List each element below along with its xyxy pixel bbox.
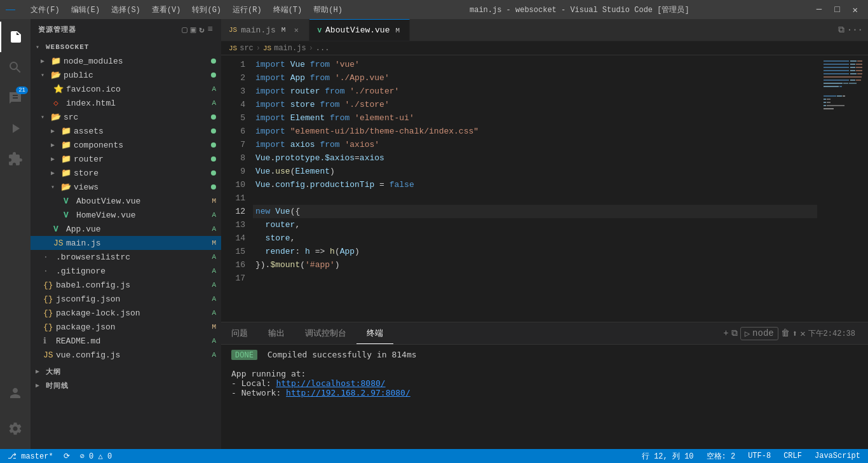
new-terminal-icon[interactable]: + bbox=[723, 328, 728, 338]
tree-item-src[interactable]: ▾ 📂 src bbox=[31, 110, 221, 124]
tab-modified: M bbox=[393, 26, 402, 35]
panel-content[interactable]: DONE Compiled successfully in 814ms App … bbox=[221, 345, 868, 449]
tab-close-button[interactable]: ✕ bbox=[291, 25, 301, 35]
tree-item-store[interactable]: ▶ 📁 store bbox=[31, 166, 221, 180]
menu-goto[interactable]: 转到(G) bbox=[187, 3, 226, 17]
menu-help[interactable]: 帮助(H) bbox=[308, 3, 348, 17]
tree-item-mainjs[interactable]: JS main.js M bbox=[31, 236, 221, 250]
close-button[interactable]: ✕ bbox=[848, 3, 863, 17]
activity-source-control[interactable]: 21 bbox=[0, 83, 31, 113]
tree-item-outline[interactable]: ▶ 大纲 bbox=[31, 364, 221, 378]
tab-actions[interactable]: ⧉ ··· bbox=[833, 19, 868, 41]
tree-item-gitignore[interactable]: · .gitignore A bbox=[31, 264, 221, 278]
tree-item-public[interactable]: ▾ 📂 public bbox=[31, 68, 221, 82]
language-mode[interactable]: JavaScript bbox=[812, 452, 863, 460]
menu-edit[interactable]: 编辑(E) bbox=[66, 3, 105, 17]
tree-item-vueconfig[interactable]: JS vue.config.js A bbox=[31, 348, 221, 362]
tree-item-index-html[interactable]: ◇ index.html A bbox=[31, 96, 221, 110]
tab-mainjs[interactable]: JS main.js M ✕ bbox=[221, 19, 309, 41]
breadcrumb-src[interactable]: src bbox=[240, 44, 254, 53]
panel-tab-actions[interactable]: + ⧉ ▷ node 🗑 ⬆ ✕ 下午2:42:38 bbox=[718, 322, 868, 344]
close-panel-icon[interactable]: ✕ bbox=[800, 328, 805, 339]
panel-tab-issues[interactable]: 问题 bbox=[221, 322, 258, 344]
collapse-all-icon[interactable]: ≡ bbox=[208, 24, 214, 35]
tree-item-components[interactable]: ▶ 📁 components bbox=[31, 138, 221, 152]
menu-select[interactable]: 选择(S) bbox=[106, 3, 146, 17]
encoding[interactable]: UTF-8 bbox=[745, 452, 773, 460]
line-ending[interactable]: CRLF bbox=[781, 452, 804, 460]
split-terminal-icon[interactable]: ⧉ bbox=[731, 328, 738, 338]
tree-item-homeview[interactable]: V HomeView.vue A bbox=[31, 208, 221, 222]
source-control-badge: 21 bbox=[16, 86, 28, 94]
network-link[interactable]: http://192.168.2.97:8080/ bbox=[286, 388, 410, 397]
tree-item-assets[interactable]: ▶ 📁 assets bbox=[31, 124, 221, 138]
line-num-5: 5 bbox=[221, 111, 245, 125]
activity-settings[interactable] bbox=[0, 413, 31, 444]
line-num-7: 7 bbox=[221, 138, 245, 151]
panel-tab-issues-label: 问题 bbox=[231, 328, 248, 339]
indentation[interactable]: 空格: 2 bbox=[704, 451, 738, 462]
activity-extensions[interactable] bbox=[0, 144, 31, 174]
tree-item-appvue[interactable]: V App.vue A bbox=[31, 222, 221, 236]
maximize-panel-icon[interactable]: ⬆ bbox=[792, 328, 797, 339]
code-line-17 bbox=[253, 272, 817, 285]
tree-item-timeline[interactable]: ▶ 时间线 bbox=[31, 378, 221, 392]
code-editor: 1 2 3 4 5 6 7 8 9 10 11 12 13 14 15 16 1… bbox=[221, 55, 868, 322]
menu-run[interactable]: 运行(R) bbox=[227, 3, 267, 17]
errors-count[interactable]: ⊘ 0 △ 0 bbox=[78, 452, 114, 461]
kill-terminal-icon[interactable]: 🗑 bbox=[781, 328, 790, 338]
tree-item-jsconfig[interactable]: {} jsconfig.json A bbox=[31, 292, 221, 306]
tree-item-aboutview[interactable]: V AboutView.vue M bbox=[31, 194, 221, 208]
maximize-button[interactable]: □ bbox=[829, 3, 844, 17]
activity-account[interactable] bbox=[0, 378, 31, 408]
sync-status[interactable]: ⟳ bbox=[61, 452, 72, 461]
tree-item-views[interactable]: ▾ 📂 views bbox=[31, 180, 221, 194]
tree-item-node-modules[interactable]: ▶ 📁 node_modules bbox=[31, 54, 221, 68]
file-label: README.md bbox=[56, 336, 212, 346]
panel-tab-terminal[interactable]: 终端 bbox=[356, 322, 393, 344]
terminal-line-done: DONE Compiled successfully in 814ms bbox=[231, 350, 858, 359]
git-branch[interactable]: ⎇ master* bbox=[5, 452, 56, 461]
refresh-icon[interactable]: ↻ bbox=[199, 24, 205, 35]
tree-item-favicon[interactable]: ⭐ favicon.ico A bbox=[31, 82, 221, 96]
svg-rect-13 bbox=[850, 73, 857, 74]
menu-file[interactable]: 文件(F) bbox=[25, 3, 65, 17]
titlebar-controls[interactable]: ─ □ ✕ bbox=[811, 3, 863, 17]
file-icon: {} bbox=[43, 322, 53, 332]
more-icon[interactable]: ··· bbox=[847, 25, 863, 35]
minimize-button[interactable]: ─ bbox=[811, 3, 827, 17]
status-bar: ⎇ master* ⟳ ⊘ 0 △ 0 行 12, 列 10 空格: 2 UTF… bbox=[0, 449, 868, 463]
menu-view[interactable]: 查看(V) bbox=[147, 3, 186, 17]
cursor-position[interactable]: 行 12, 列 10 bbox=[639, 451, 696, 462]
new-folder-icon[interactable]: ▣ bbox=[191, 24, 196, 35]
tree-item-babelconfig[interactable]: {} babel.config.js A bbox=[31, 278, 221, 292]
tree-item-router[interactable]: ▶ 📁 router bbox=[31, 152, 221, 166]
tree-item-packagelock[interactable]: {} package-lock.json A bbox=[31, 306, 221, 320]
panel-tab-debug[interactable]: 调试控制台 bbox=[295, 322, 356, 344]
tree-root[interactable]: ▾ WEBSOCKET bbox=[31, 40, 221, 54]
panel-tab-output[interactable]: 输出 bbox=[258, 322, 295, 344]
tree-item-package[interactable]: {} package.json M bbox=[31, 320, 221, 334]
activity-explorer[interactable] bbox=[0, 22, 31, 52]
split-editor-icon[interactable]: ⧉ bbox=[838, 25, 844, 35]
activity-run[interactable] bbox=[0, 113, 31, 144]
line-num-10: 10 bbox=[221, 178, 245, 191]
new-file-icon[interactable]: ▢ bbox=[182, 24, 187, 35]
breadcrumb-mainjs[interactable]: main.js bbox=[274, 44, 306, 53]
code-line-2: import App from './App.vue' bbox=[253, 71, 817, 85]
breadcrumb-ellipsis[interactable]: ... bbox=[316, 44, 330, 53]
activity-search[interactable] bbox=[0, 52, 31, 83]
tree-item-readme[interactable]: ℹ README.md A bbox=[31, 334, 221, 348]
menu-terminal[interactable]: 终端(T) bbox=[268, 3, 308, 17]
code-line-14: store, bbox=[253, 232, 817, 245]
sidebar-title: 资源管理器 bbox=[38, 25, 76, 34]
local-link[interactable]: http://localhost:8080/ bbox=[276, 378, 385, 388]
tree-item-browserslistrc[interactable]: · .browserslistrc A bbox=[31, 250, 221, 264]
line-num-8: 8 bbox=[221, 151, 245, 165]
svg-rect-12 bbox=[824, 73, 849, 74]
code-content[interactable]: import Vue from 'vue' import App from '.… bbox=[253, 55, 817, 322]
tab-aboutview[interactable]: V AboutView.vue M bbox=[309, 19, 410, 41]
code-line-6: import "element-ui/lib/theme-chalk/index… bbox=[253, 125, 817, 138]
titlebar-menu[interactable]: 文件(F) 编辑(E) 选择(S) 查看(V) 转到(G) 运行(R) 终端(T… bbox=[25, 3, 348, 17]
sidebar-header-actions[interactable]: ▢ ▣ ↻ ≡ bbox=[182, 24, 214, 35]
